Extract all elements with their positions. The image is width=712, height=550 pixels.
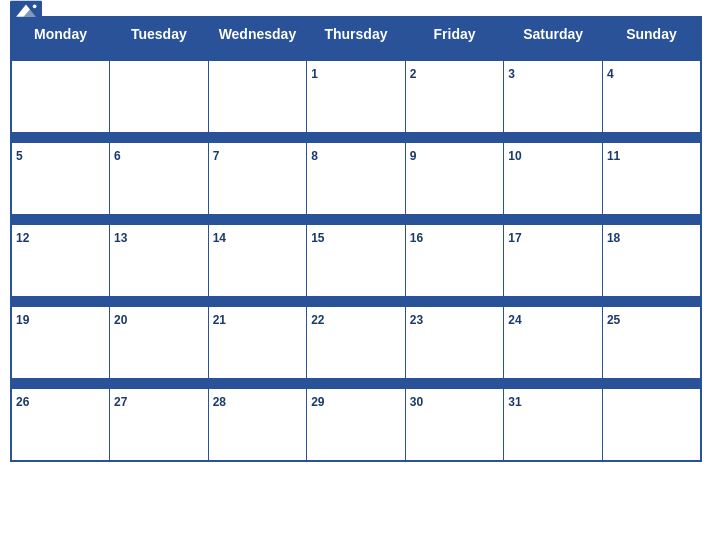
header-friday: Friday (405, 17, 504, 51)
separator-cell-2-5 (504, 215, 603, 225)
header-tuesday: Tuesday (110, 17, 209, 51)
header-saturday: Saturday (504, 17, 603, 51)
day-number-17: 17 (508, 231, 521, 245)
week-row-3: 19202122232425 (11, 307, 701, 379)
day-cell-1-4: 9 (405, 143, 504, 215)
separator-cell-2-2 (208, 215, 307, 225)
week-separator-4 (11, 379, 701, 389)
day-cell-4-5: 31 (504, 389, 603, 461)
day-number-30: 30 (410, 395, 423, 409)
day-number-10: 10 (508, 149, 521, 163)
day-number-31: 31 (508, 395, 521, 409)
calendar-wrapper: Monday Tuesday Wednesday Thursday Friday… (0, 0, 712, 550)
day-number-5: 5 (16, 149, 23, 163)
general-blue-logo-icon (10, 0, 42, 21)
week-row-4: 262728293031 (11, 389, 701, 461)
day-number-22: 22 (311, 313, 324, 327)
day-number-11: 11 (607, 149, 620, 163)
week-separator-1 (11, 133, 701, 143)
separator-cell-1-3 (307, 133, 406, 143)
separator-cell-2-0 (11, 215, 110, 225)
separator-cell-1-5 (504, 133, 603, 143)
separator-cell-0-5 (504, 51, 603, 61)
separator-cell-3-5 (504, 297, 603, 307)
day-cell-1-3: 8 (307, 143, 406, 215)
separator-cell-0-2 (208, 51, 307, 61)
day-number-20: 20 (114, 313, 127, 327)
day-number-1: 1 (311, 67, 318, 81)
separator-cell-2-6 (602, 215, 701, 225)
day-cell-4-4: 30 (405, 389, 504, 461)
separator-cell-0-3 (307, 51, 406, 61)
separator-cell-3-6 (602, 297, 701, 307)
separator-cell-4-2 (208, 379, 307, 389)
day-number-14: 14 (213, 231, 226, 245)
day-cell-0-4: 2 (405, 61, 504, 133)
week-row-1: 567891011 (11, 143, 701, 215)
day-number-24: 24 (508, 313, 521, 327)
week-row-2: 12131415161718 (11, 225, 701, 297)
day-number-7: 7 (213, 149, 220, 163)
separator-cell-4-4 (405, 379, 504, 389)
separator-cell-3-2 (208, 297, 307, 307)
separator-cell-0-1 (110, 51, 209, 61)
separator-cell-4-1 (110, 379, 209, 389)
day-cell-2-4: 16 (405, 225, 504, 297)
week-separator-2 (11, 215, 701, 225)
separator-cell-3-4 (405, 297, 504, 307)
header-monday: Monday (11, 17, 110, 51)
separator-cell-0-6 (602, 51, 701, 61)
day-cell-3-6: 25 (602, 307, 701, 379)
day-number-26: 26 (16, 395, 29, 409)
day-number-15: 15 (311, 231, 324, 245)
day-number-8: 8 (311, 149, 318, 163)
day-cell-1-0: 5 (11, 143, 110, 215)
day-number-18: 18 (607, 231, 620, 245)
day-cell-2-2: 14 (208, 225, 307, 297)
day-number-12: 12 (16, 231, 29, 245)
header-sunday: Sunday (602, 17, 701, 51)
day-cell-0-1 (110, 61, 209, 133)
day-number-28: 28 (213, 395, 226, 409)
day-cell-0-3: 1 (307, 61, 406, 133)
day-cell-0-5: 3 (504, 61, 603, 133)
separator-cell-3-0 (11, 297, 110, 307)
separator-cell-1-2 (208, 133, 307, 143)
separator-cell-0-4 (405, 51, 504, 61)
day-number-9: 9 (410, 149, 417, 163)
separator-cell-2-4 (405, 215, 504, 225)
separator-cell-2-1 (110, 215, 209, 225)
day-number-27: 27 (114, 395, 127, 409)
separator-cell-4-6 (602, 379, 701, 389)
day-cell-2-0: 12 (11, 225, 110, 297)
day-number-25: 25 (607, 313, 620, 327)
day-cell-4-3: 29 (307, 389, 406, 461)
day-number-6: 6 (114, 149, 121, 163)
day-cell-3-5: 24 (504, 307, 603, 379)
day-number-21: 21 (213, 313, 226, 327)
day-number-16: 16 (410, 231, 423, 245)
separator-cell-1-1 (110, 133, 209, 143)
day-number-23: 23 (410, 313, 423, 327)
logo-area (10, 0, 42, 22)
day-cell-0-2 (208, 61, 307, 133)
day-number-29: 29 (311, 395, 324, 409)
calendar-body: 1234567891011121314151617181920212223242… (11, 51, 701, 461)
day-cell-0-0 (11, 61, 110, 133)
day-cell-2-5: 17 (504, 225, 603, 297)
day-cell-3-3: 22 (307, 307, 406, 379)
separator-cell-2-3 (307, 215, 406, 225)
day-cell-4-0: 26 (11, 389, 110, 461)
separator-cell-3-3 (307, 297, 406, 307)
day-cell-1-5: 10 (504, 143, 603, 215)
day-cell-2-3: 15 (307, 225, 406, 297)
day-cell-1-1: 6 (110, 143, 209, 215)
day-cell-3-1: 20 (110, 307, 209, 379)
week-separator-3 (11, 297, 701, 307)
day-cell-4-6 (602, 389, 701, 461)
day-number-3: 3 (508, 67, 515, 81)
separator-cell-4-3 (307, 379, 406, 389)
separator-cell-1-0 (11, 133, 110, 143)
day-cell-3-4: 23 (405, 307, 504, 379)
day-number-4: 4 (607, 67, 614, 81)
